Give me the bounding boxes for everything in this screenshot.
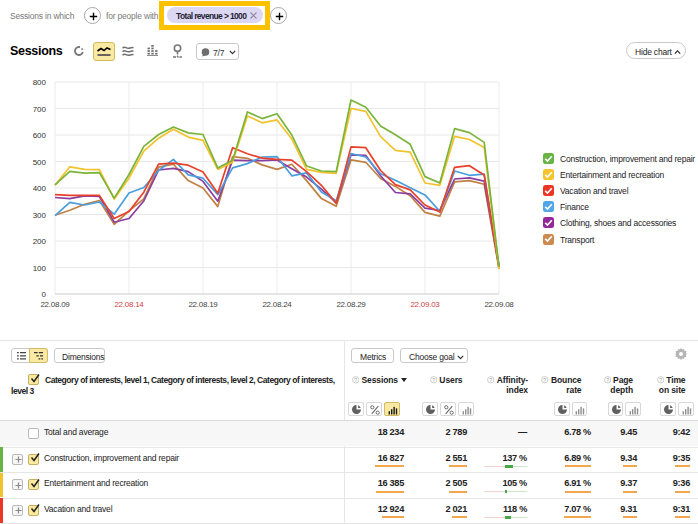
svg-text:22.08.14: 22.08.14: [114, 300, 144, 309]
svg-text:200: 200: [33, 237, 47, 246]
svg-text:?: ?: [432, 377, 435, 383]
svg-text:100: 100: [33, 264, 47, 273]
svg-text:22.08.09: 22.08.09: [40, 300, 70, 309]
svg-text:22.08.24: 22.08.24: [262, 300, 292, 309]
svg-text:?: ?: [354, 377, 357, 383]
svg-text:700: 700: [33, 105, 47, 114]
svg-text:800: 800: [33, 78, 47, 87]
svg-text:0: 0: [42, 290, 47, 299]
svg-text:400: 400: [33, 184, 47, 193]
svg-text:22.08.29: 22.08.29: [336, 300, 366, 309]
svg-text:600: 600: [33, 131, 47, 140]
svg-text:22.09.03: 22.09.03: [410, 300, 440, 309]
svg-text:22.09.08: 22.09.08: [484, 300, 514, 309]
svg-text:22.08.19: 22.08.19: [188, 300, 218, 309]
svg-text:300: 300: [33, 211, 47, 220]
svg-text:?: ?: [659, 377, 662, 383]
svg-text:500: 500: [33, 158, 47, 167]
